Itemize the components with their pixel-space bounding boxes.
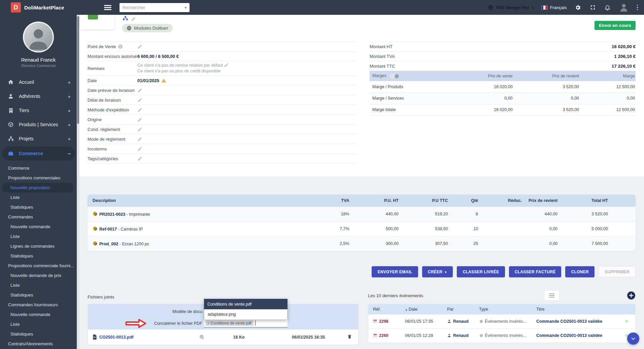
edit-pencil-icon[interactable] [137,88,142,93]
sidebar-item-statistiques[interactable]: Statistiques [0,251,77,261]
fullscreen-icon[interactable] [589,4,597,11]
add-event-plus-icon[interactable] [627,291,636,300]
commerce-submenu: Commerce Propositions commerciales Nouve… [0,163,77,349]
product-ref-link[interactable]: PR2021-0023 [99,212,125,217]
sidebar-item-nouvelle-demande-de-prix[interactable]: Nouvelle demande de prix [0,271,77,280]
edit-pencil-icon[interactable] [137,117,142,122]
menu-toggle-icon[interactable] [104,5,111,10]
edit-pencil-icon[interactable] [137,156,142,161]
notifications-bell-icon[interactable] [604,4,611,11]
app-selector[interactable]: PDF Merger Pro ∨ [487,4,534,11]
building-icon [7,107,14,114]
expand-plus-icon[interactable]: + [68,79,71,85]
scroll-down-fab[interactable] [627,333,639,345]
app-logo[interactable]: D [11,2,21,12]
marges-toggle[interactable] [389,74,399,79]
sidebar-item-liste[interactable]: Liste [0,232,77,241]
product-row[interactable]: PR2021-0023 - Imprimante 18% 440,00 519,… [88,207,636,221]
sidebar-item-commandes[interactable]: Commandes [0,212,77,222]
event-user-link[interactable]: Renaud [453,319,469,324]
sidebar-item-liste[interactable]: Liste [0,319,77,329]
edit-pencil-icon[interactable] [137,107,142,112]
event-ref-link[interactable]: 2260 [379,333,388,338]
delete-trash-icon[interactable] [347,334,352,340]
product-ref-link[interactable]: Prod_002 [99,242,118,246]
content-scrollbar[interactable] [77,15,79,349]
events-col-par[interactable]: Par [446,304,478,314]
selected-file-chip[interactable]: ×Conditions de vente.pdf [205,320,253,326]
sidebar-item-nouvelle-commande[interactable]: Nouvelle commande [0,310,77,319]
edit-pencil-icon[interactable] [137,98,142,103]
sidebar-item-statistiques[interactable]: Statistiques [0,329,77,339]
product-row[interactable]: Ref-0017 - Caméras IP 7,7% 500,00 538,50… [88,221,636,236]
modules-dolibarr-badge[interactable]: Modules Dolibarr [122,24,173,32]
edit-pencil-icon[interactable] [137,44,142,49]
settings-gear-icon[interactable] [574,4,582,11]
event-title-link[interactable]: Commande CO2501-0013 validée [536,319,602,324]
events-col-date[interactable]: ▲Date [404,304,446,314]
sidebar-item-propositions-commerciales[interactable]: Propositions commerciales [0,173,77,183]
info-icon[interactable]: i [118,44,123,49]
remove-chip-icon[interactable]: × [207,321,210,325]
sidebar-item-commerce[interactable]: Commerce − [2,146,75,161]
sidebar-item-contrats-abonnements[interactable]: Contrats/Abonnements [0,339,77,349]
scrollbar-thumb[interactable] [77,16,79,124]
search-dropdown-caret-icon[interactable]: ▼ [184,6,187,9]
sidebar-item-propositions-fournisseurs[interactable]: Propositions commerciale fourni... [0,261,77,271]
sidebar-item-adherents[interactable]: Adhérents + [0,89,77,103]
events-col-ref[interactable]: Réf. [368,304,404,314]
edit-pencil-icon[interactable] [131,16,136,22]
sidebar-item-liste[interactable]: Liste [0,193,77,202]
dropdown-option-selected[interactable]: Conditions de vente.pdf [204,299,287,309]
event-ref-link[interactable]: 2298 [379,319,388,324]
event-row[interactable]: 2298 06/01/25 17:35 Renaud Événements in… [368,314,635,328]
language-selector[interactable]: Français [541,5,567,10]
sidebar-item-statistiques[interactable]: Statistiques [0,202,77,212]
events-col-type[interactable]: Type [478,304,535,314]
edit-pencil-icon[interactable] [137,146,142,151]
edit-pencil-icon[interactable] [224,63,229,68]
expand-plus-icon[interactable]: + [68,94,71,99]
preview-magnifier-icon[interactable] [196,335,208,340]
remise-line2: Ce client n'a pas ou plus de crédit disp… [137,69,221,73]
project-link-icon[interactable] [123,15,128,23]
event-title-link[interactable]: Commande CO2501-0013 validée [536,333,602,338]
edit-pencil-icon[interactable] [137,127,142,132]
sidebar-item-tiers[interactable]: Tiers + [0,103,77,117]
expand-plus-icon[interactable]: + [68,136,71,142]
classer-livree-button[interactable]: CLASSER LIVRÉE [457,266,505,277]
supprimer-button[interactable]: SUPPRIMER [599,266,636,277]
expand-plus-icon[interactable]: + [68,108,71,113]
sidebar-item-accueil[interactable]: Accueil + [0,75,77,89]
event-row[interactable]: 2260 06/01/25 12:28 Renaud Événements in… [368,328,635,343]
cloner-button[interactable]: CLONER [565,266,594,277]
sidebar-item-produits-services[interactable]: Produits | Services + [0,117,77,132]
concat-file-input[interactable]: ×Conditions de vente.pdf [204,319,287,327]
sidebar-item-lignes-de-commandes[interactable]: Lignes de commandes [0,241,77,251]
dropdown-option[interactable]: adaptateur.png [204,309,287,320]
product-ref-link[interactable]: Ref-0017 [99,227,117,232]
edit-pencil-icon[interactable] [137,137,142,142]
creer-button[interactable]: CRÉER▼ [422,266,453,277]
sidebar-item-projets[interactable]: Projets + [0,132,77,146]
sidebar-item-statistiques[interactable]: Statistiques [0,290,77,300]
sidebar-item-nouvelle-proposition[interactable]: Nouvelle proposition [2,183,73,193]
search-input[interactable] [120,3,190,12]
sidebar-item-nouvelle-commande[interactable]: Nouvelle commande [0,222,77,232]
event-user-link[interactable]: Renaud [453,333,469,338]
events-list-menu-icon[interactable] [544,290,560,301]
envoyer-email-button[interactable]: ENVOYER EMAIL [372,266,418,277]
more-options-icon[interactable] [637,5,638,10]
attached-file-link[interactable]: CO2501-0013.pdf [88,335,196,340]
sidebar-item-liste[interactable]: Liste [0,280,77,290]
product-row[interactable]: Prod_002 - Ecran 1200 pc 2,5% 300,00 307… [88,236,636,251]
collapse-minus-icon[interactable]: − [68,151,71,156]
chevron-down-icon: ▼ [444,271,447,274]
user-avatar-icon[interactable] [619,2,629,12]
sidebar-item-commandes-fournisseurs[interactable]: Commandes fournisseurs [0,300,77,310]
classer-facture-button[interactable]: CLASSER FACTURÉ [509,266,562,277]
events-col-titre[interactable]: Titre [535,304,624,314]
user-avatar[interactable] [23,22,54,53]
expand-plus-icon[interactable]: + [68,122,71,128]
sidebar-item-commerce-home[interactable]: Commerce [0,163,77,173]
